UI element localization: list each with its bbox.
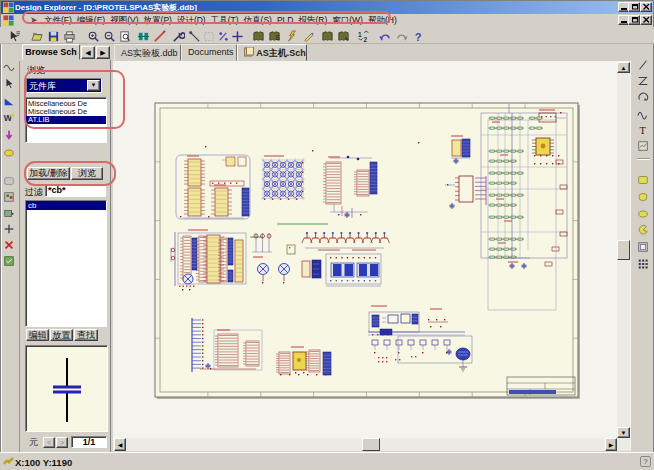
svg-text:S: S: [275, 34, 280, 41]
svg-text:?: ?: [415, 31, 422, 43]
svg-text:2: 2: [364, 36, 368, 43]
svg-text:T: T: [640, 125, 647, 136]
svg-text:1: 1: [358, 31, 362, 38]
